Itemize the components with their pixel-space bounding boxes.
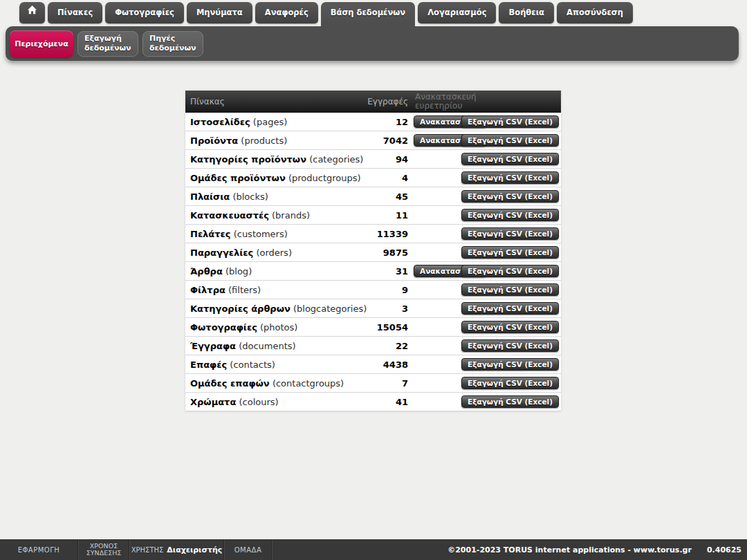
tab-home[interactable] — [19, 2, 45, 24]
export-csv-button[interactable]: Εξαγωγή CSV (Excel) — [461, 358, 559, 371]
export-csv-button[interactable]: Εξαγωγή CSV (Excel) — [461, 115, 559, 128]
table-row: Χρώματα (colours) 41 Ανακατασκευή Εξαγωγ… — [185, 393, 561, 411]
table-name-code: (pages) — [253, 117, 287, 127]
table-name-cell: Πλαίσια (blocks) — [190, 192, 268, 202]
table-name-greek: Προϊόντα — [190, 136, 238, 146]
export-csv-button[interactable]: Εξαγωγή CSV (Excel) — [461, 395, 559, 408]
record-count: 11339 — [377, 229, 408, 239]
export-data-button[interactable]: Εξαγωγή δεδομένων — [77, 31, 138, 57]
footer-version: 0.40625 — [707, 545, 741, 554]
table-name-code: (blog) — [225, 266, 252, 277]
footer-group-label: ΟΜΑΔΑ — [224, 539, 272, 560]
export-csv-button[interactable]: Εξαγωγή CSV (Excel) — [461, 190, 559, 203]
table-row: Φωτογραφίες (photos) 15054 Ανακατασκευή … — [185, 318, 561, 337]
table-row: Φίλτρα (filters) 9 Ανακατασκευή Εξαγωγή … — [185, 281, 561, 299]
table-name-code: (filters) — [228, 285, 261, 295]
tab-reports[interactable]: Αναφορές — [255, 2, 318, 24]
record-count: 7042 — [383, 136, 408, 146]
table-name-cell: Χρώματα (colours) — [190, 397, 279, 407]
export-csv-button[interactable]: Εξαγωγή CSV (Excel) — [461, 209, 559, 221]
table-name-cell: Πελάτες (customers) — [190, 229, 288, 239]
database-tables-list: Πίνακας Εγγραφές Ανακατασκευή ευρετηρίου… — [185, 91, 561, 411]
record-count: 12 — [396, 117, 408, 127]
table-name-cell: Άρθρα (blog) — [190, 266, 252, 277]
table-row: Κατηγορίες προϊόντων (categories) 94 Ανα… — [185, 150, 561, 169]
table-name-greek: Ομάδες προϊόντων — [190, 173, 286, 183]
export-csv-button[interactable]: Εξαγωγή CSV (Excel) — [461, 153, 559, 165]
table-name-greek: Πλαίσια — [190, 192, 230, 202]
table-name-cell: Φίλτρα (filters) — [190, 285, 261, 295]
record-count: 94 — [396, 154, 408, 165]
footer-copyright: ©2001-2023 TORUS internet applications -… — [448, 545, 692, 554]
table-name-greek: Κατηγορίες άρθρων — [190, 304, 290, 314]
table-name-greek: Φίλτρα — [190, 285, 225, 295]
table-name-cell: Ιστοσελίδες (pages) — [190, 117, 287, 127]
table-name-greek: Ιστοσελίδες — [190, 117, 250, 127]
footer-session-time-label: ΧΡΟΝΟΣ ΣΥΝΔΕΣΗΣ — [78, 539, 129, 560]
database-toolbar: Περιεχόμενα Εξαγωγή δεδομένων Πηγές δεδο… — [6, 26, 739, 61]
export-csv-button[interactable]: Εξαγωγή CSV (Excel) — [461, 377, 559, 389]
export-csv-button[interactable]: Εξαγωγή CSV (Excel) — [461, 134, 559, 147]
table-name-cell: Προϊόντα (products) — [190, 136, 287, 146]
record-count: 22 — [396, 341, 408, 351]
table-name-cell: Φωτογραφίες (photos) — [190, 322, 297, 333]
table-row: Κατασκευαστές (brands) 11 Ανακατασκευή Ε… — [185, 206, 561, 225]
tab-photos[interactable]: Φωτογραφίες — [105, 2, 184, 24]
data-sources-button[interactable]: Πηγές δεδομένων — [142, 31, 203, 57]
home-icon — [27, 2, 37, 24]
contents-button[interactable]: Περιεχόμενα — [10, 30, 73, 57]
header-rebuild-index: Ανακατασκευή ευρετηρίου — [415, 93, 488, 111]
export-csv-button[interactable]: Εξαγωγή CSV (Excel) — [461, 302, 559, 315]
tab-database[interactable]: Βάση δεδομένων — [321, 2, 415, 30]
table-name-code: (contactgroups) — [273, 378, 344, 389]
table-name-greek: Κατηγορίες προϊόντων — [190, 154, 306, 165]
export-csv-button[interactable]: Εξαγωγή CSV (Excel) — [461, 246, 559, 259]
footer-user-label: ΧΡΗΣΤΗΣ — [131, 546, 164, 554]
table-name-greek: Χρώματα — [190, 397, 236, 407]
table-name-code: (blogcategories) — [293, 304, 367, 314]
table-name-greek: Πελάτες — [190, 229, 231, 239]
table-name-greek: Ομάδες επαφών — [190, 378, 270, 389]
tab-account[interactable]: Λογαριασμός — [418, 2, 496, 24]
table-name-code: (productgroups) — [288, 173, 361, 183]
table-name-cell: Κατηγορίες άρθρων (blogcategories) — [190, 304, 367, 314]
table-name-code: (products) — [241, 136, 287, 146]
export-csv-button[interactable]: Εξαγωγή CSV (Excel) — [461, 283, 559, 296]
table-row: Πλαίσια (blocks) 45 Ανακατασκευή Εξαγωγή… — [185, 187, 561, 206]
table-row: Άρθρα (blog) 31 Ανακατασκευή Εξαγωγή CSV… — [185, 262, 561, 281]
table-name-code: (contacts) — [230, 360, 275, 370]
table-name-greek: Παραγγελίες — [190, 248, 253, 258]
table-name-code: (orders) — [256, 248, 292, 258]
record-count: 31 — [396, 266, 408, 277]
export-csv-button[interactable]: Εξαγωγή CSV (Excel) — [461, 227, 559, 240]
table-name-greek: Κατασκευαστές — [190, 210, 269, 221]
table-name-cell: Επαφές (contacts) — [190, 360, 275, 370]
tab-logout[interactable]: Αποσύνδεση — [557, 2, 633, 24]
tab-help[interactable]: Βοήθεια — [499, 2, 554, 24]
record-count: 41 — [396, 397, 408, 407]
export-csv-button[interactable]: Εξαγωγή CSV (Excel) — [461, 339, 559, 352]
tab-tables[interactable]: Πίνακες — [48, 2, 102, 24]
status-bar: ΕΦΑΡΜΟΓΗ ΧΡΟΝΟΣ ΣΥΝΔΕΣΗΣ ΧΡΗΣΤΗΣ Διαχειρ… — [0, 539, 747, 560]
record-count: 9875 — [383, 248, 408, 258]
export-csv-button[interactable]: Εξαγωγή CSV (Excel) — [461, 265, 559, 277]
table-row: Ομάδες προϊόντων (productgroups) 4 Ανακα… — [185, 169, 561, 187]
table-row: Έγγραφα (documents) 22 Ανακατασκευή Εξαγ… — [185, 337, 561, 355]
footer-app-label: ΕΦΑΡΜΟΓΗ — [0, 539, 78, 560]
record-count: 45 — [396, 192, 408, 202]
table-name-greek: Επαφές — [190, 360, 227, 370]
export-csv-button[interactable]: Εξαγωγή CSV (Excel) — [461, 321, 559, 333]
table-row: Κατηγορίες άρθρων (blogcategories) 3 Ανα… — [185, 299, 561, 318]
footer-right-section: ©2001-2023 TORUS internet applications -… — [272, 539, 747, 560]
table-row: Ομάδες επαφών (contactgroups) 7 Ανακατασ… — [185, 374, 561, 393]
table-name-cell: Παραγγελίες (orders) — [190, 248, 292, 258]
table-name-greek: Έγγραφα — [190, 341, 236, 351]
tab-messages[interactable]: Μηνύματα — [187, 2, 252, 24]
export-csv-button[interactable]: Εξαγωγή CSV (Excel) — [461, 171, 559, 184]
footer-user-cell: ΧΡΗΣΤΗΣ Διαχειριστής — [129, 539, 224, 560]
table-name-greek: Άρθρα — [190, 266, 223, 277]
table-name-code: (brands) — [272, 210, 310, 221]
record-count: 3 — [402, 304, 408, 314]
header-record-count: Εγγραφές — [367, 97, 408, 106]
record-count: 4 — [402, 173, 408, 183]
